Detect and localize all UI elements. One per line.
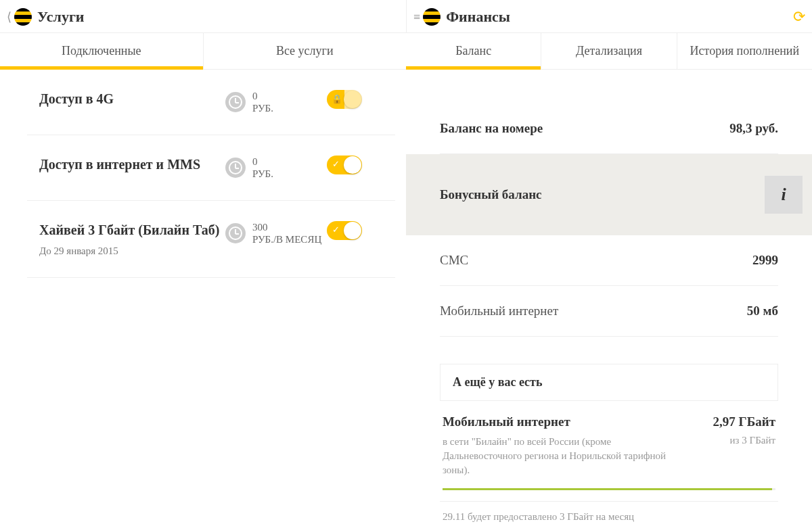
info-icon[interactable]: i [765,176,803,214]
right-title: Финансы [446,8,510,26]
lock-icon: 🔒 [332,94,342,105]
right-header: ≡ Финансы ⟳ [406,0,812,32]
menu-icon[interactable]: ≡ [413,10,420,24]
service-subtitle: До 29 января 2015 [39,245,225,257]
extra-body[interactable]: Мобильный интернет 2,97 ГБайт в сети "Би… [440,401,778,502]
right-tabs: Баланс Детализация История пополнений [406,32,812,70]
service-row[interactable]: Хайвей 3 Гбайт (Билайн Таб) До 29 января… [27,201,395,278]
internet-value: 50 мб [747,304,778,318]
bonus-label: Бонусный баланс [440,187,542,202]
service-title: Доступ в интернет и MMS [39,156,225,173]
extra-of: из 3 ГБайт [730,435,775,477]
progress-bar [443,488,775,490]
extra-title: Мобильный интернет [443,414,570,429]
service-title: Доступ в 4G [39,90,225,108]
service-toggle[interactable]: ✓ [327,156,362,174]
service-price: 300РУБ./В МЕСЯЦ [252,221,321,245]
tab-all-services[interactable]: Все услуги [204,33,407,69]
balance-value: 98,3 руб. [729,121,778,136]
tab-connected[interactable]: Подключенные [0,33,204,69]
left-tabs: Подключенные Все услуги [0,32,406,70]
service-price: 0РУБ. [252,90,273,114]
check-icon: ✓ [332,224,340,235]
check-icon: ✓ [332,159,340,170]
service-title: Хайвей 3 Гбайт (Билайн Таб) [39,221,225,239]
internet-label: Мобильный интернет [440,304,558,318]
bonus-row[interactable]: Бонусный баланс i [406,154,812,235]
balance-row[interactable]: Баланс на номере 98,3 руб. [440,103,778,154]
extra-header: А ещё у вас есть [440,364,778,401]
extra-footer: 29.11 будет предоставлено 3 ГБайт на мес… [440,502,778,524]
services-list: Доступ в 4G 0РУБ. 🔒 Доступ в интернет и … [0,70,406,278]
back-icon[interactable]: ⟨ [7,9,12,24]
progress-fill [443,488,772,490]
service-row[interactable]: Доступ в 4G 0РУБ. 🔒 [27,70,395,135]
extra-section: А ещё у вас есть Мобильный интернет 2,97… [440,364,778,524]
balance-section: Баланс на номере 98,3 руб. Бонусный бала… [406,70,812,524]
service-price: 0РУБ. [252,156,273,180]
service-row[interactable]: Доступ в интернет и MMS 0РУБ. ✓ [27,135,395,201]
balance-label: Баланс на номере [440,121,543,136]
left-title: Услуги [37,8,85,26]
service-toggle[interactable]: ✓ [327,221,362,240]
sms-value: 2999 [752,253,778,268]
clock-icon [225,92,246,112]
clock-icon [225,223,246,243]
beeline-logo [14,8,32,26]
clock-icon [225,158,246,178]
sms-label: СМС [440,253,468,268]
tab-history[interactable]: История пополнений [677,33,812,69]
tab-details[interactable]: Детализация [541,33,677,69]
extra-amount: 2,97 ГБайт [713,414,775,429]
extra-desc: в сети "Билайн" по всей России (кроме Да… [443,435,673,477]
tab-balance[interactable]: Баланс [406,33,541,69]
refresh-icon[interactable]: ⟳ [793,8,805,26]
sms-row[interactable]: СМС 2999 [440,235,778,286]
internet-row[interactable]: Мобильный интернет 50 мб [440,286,778,337]
service-toggle[interactable]: 🔒 [327,90,362,109]
beeline-logo [423,8,441,26]
left-header: ⟨ Услуги [0,0,406,32]
